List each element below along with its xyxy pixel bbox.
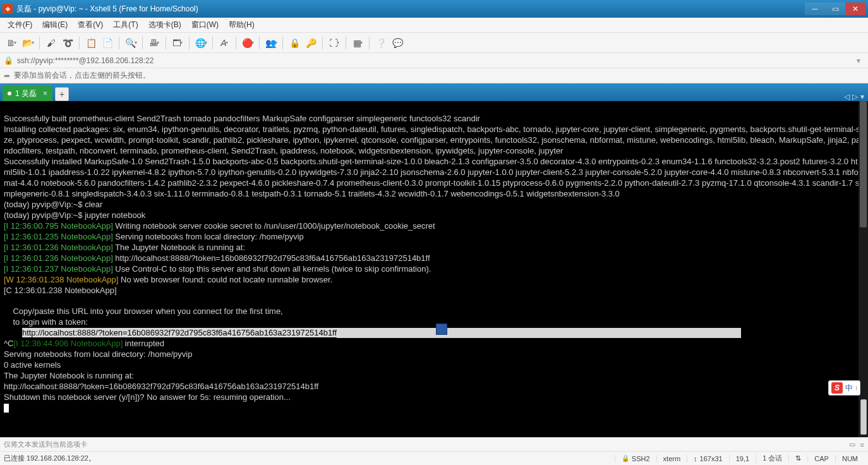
term-line: Installing collected packages: six, enum… <box>4 124 862 155</box>
print-button[interactable]: 🖶▾ <box>147 35 162 51</box>
fullscreen-button[interactable]: ⛶▾ <box>327 35 342 51</box>
separator <box>322 37 323 49</box>
tab-list-icon[interactable]: ▾ <box>860 92 864 101</box>
ime-menu-icon[interactable]: ⁞ <box>855 385 857 392</box>
font-button[interactable]: A▾ <box>217 35 232 51</box>
term-line: Serving notebooks from local directory: … <box>4 349 192 359</box>
tab-nav: ◁ ▷ ▾ <box>840 92 868 101</box>
term-msg: Serving notebooks from local directory: … <box>113 232 304 241</box>
term-line: Successfully installed MarkupSafe-1.0 Se… <box>4 157 861 198</box>
input-bar: 仅将文本发送到当前选项卡 ▭ ≡ <box>0 437 868 451</box>
users-button[interactable]: 👥▾ <box>263 35 279 51</box>
separator <box>236 37 236 49</box>
status-connection: 已连接 192.168.206.128:22。 <box>4 454 615 463</box>
close-button[interactable]: ✕ <box>845 3 865 15</box>
term-msg: No web browser found: could not locate r… <box>118 275 332 284</box>
term-ctrl-c: ^C <box>4 339 14 348</box>
ime-widget[interactable]: S 中 ⁞ <box>828 380 860 396</box>
term-msg: Writing notebook server cookie secret to… <box>113 221 435 231</box>
ime-lang[interactable]: 中 <box>845 383 853 394</box>
status-caps: CAP <box>807 455 835 462</box>
separator <box>39 37 40 49</box>
minimize-button[interactable]: ─ <box>805 3 825 15</box>
tab-next-icon[interactable]: ▷ <box>852 92 858 101</box>
term-cmd: jupyter notebook <box>85 210 145 220</box>
separator <box>79 37 80 49</box>
status-network-icon: ⇅ <box>788 454 807 462</box>
status-cursor-pos: 19,1 <box>729 455 756 462</box>
status-bar: 已连接 192.168.206.128:22。 🔒SSH2 xterm ↕167… <box>0 451 868 465</box>
session-address[interactable]: ssh://pyvip:********@192.168.206.128:22 <box>17 56 853 65</box>
term-line: The Jupyter Notebook is running at: <box>4 371 134 380</box>
selection-handle[interactable] <box>436 323 447 335</box>
separator <box>282 37 283 49</box>
key-button[interactable]: 🔑 <box>303 35 318 51</box>
session-tabs: 1 吴磊 × + ◁ ▷ ▾ <box>0 83 868 101</box>
separator <box>142 37 143 49</box>
properties-button[interactable]: 🗔▾ <box>170 35 185 51</box>
help-button[interactable]: ❔ <box>373 35 389 51</box>
tab-prev-icon[interactable]: ◁ <box>844 92 850 101</box>
paste-button[interactable]: 📄 <box>100 35 115 51</box>
separator <box>189 37 190 49</box>
term-ts: [I 12:36:01.237 NotebookApp] <box>4 264 113 274</box>
reconnect-button[interactable]: 🖌 <box>44 35 59 51</box>
size-icon: ↕ <box>694 455 697 462</box>
open-button[interactable]: 📂▾ <box>20 35 35 51</box>
status-num: NUM <box>835 455 864 462</box>
separator <box>259 37 260 49</box>
term-prompt: (today) pyvip@Vip:~$ <box>4 200 85 209</box>
status-sessions: 1 会话 <box>756 454 788 463</box>
menu-help[interactable]: 帮助(H) <box>224 20 260 30</box>
term-ts: [I 12:36:01.235 NotebookApp] <box>4 232 113 241</box>
add-tab-button[interactable]: + <box>55 87 69 101</box>
ime-logo-icon: S <box>831 382 843 394</box>
color-button[interactable]: 🔴▾ <box>240 35 255 51</box>
input-mode-icon[interactable]: ▭ <box>849 440 855 449</box>
separator <box>212 37 213 49</box>
separator <box>119 37 119 49</box>
menu-tabs[interactable]: 选项卡(B) <box>143 20 186 30</box>
term-msg: Use Control-C to stop this server and sh… <box>113 264 431 274</box>
term-prompt: (today) pyvip@Vip:~$ <box>4 210 85 220</box>
input-menu-icon[interactable]: ≡ <box>860 441 864 449</box>
term-msg: The Jupyter Notebook is running at: <box>113 243 245 252</box>
new-session-button[interactable]: 🗎▾ <box>4 35 19 51</box>
status-protocol: 🔒SSH2 <box>615 455 656 462</box>
status-size: ↕167x31 <box>687 455 729 462</box>
separator <box>369 37 370 49</box>
term-ts: [I 12:36:01.236 NotebookApp] <box>4 253 113 263</box>
menu-file[interactable]: 文件(F) <box>3 20 37 30</box>
status-term-type: xterm <box>656 455 687 462</box>
vertical-slider[interactable] <box>860 399 867 435</box>
menu-tools[interactable]: 工具(T) <box>108 20 143 30</box>
lock-icon: 🔒 <box>4 56 13 65</box>
menu-view[interactable]: 查看(V) <box>73 20 108 30</box>
disconnect-button[interactable]: ➰ <box>60 35 75 51</box>
term-ts-warn: [W 12:36:01.238 NotebookApp] <box>4 275 118 284</box>
menu-edit[interactable]: 编辑(E) <box>37 20 73 30</box>
split-button[interactable]: ▦▾ <box>350 35 365 51</box>
term-selected-url[interactable]: http://localhost:8888/?token=16b086932f7… <box>22 328 337 337</box>
menu-window[interactable]: 窗口(W) <box>186 20 224 30</box>
input-hint[interactable]: 仅将文本发送到当前选项卡 <box>4 440 87 449</box>
chat-button[interactable]: 💬 <box>390 35 405 51</box>
term-msg: http://localhost:8888/?token=16b086932f7… <box>113 253 430 263</box>
window-title: 吴磊 - pyvip@Vip: ~ - Xshell 5 (Free for H… <box>16 4 805 15</box>
term-ts: [I 12:36:00.795 NotebookApp] <box>4 221 113 231</box>
scrollbar-thumb[interactable] <box>860 101 867 227</box>
find-button[interactable]: 🔍▾ <box>123 35 138 51</box>
address-dropdown[interactable]: ▾ <box>853 56 864 65</box>
copy-button[interactable]: 📋 <box>83 35 99 51</box>
term-ts: [I 12:36:44.906 NotebookApp] <box>14 339 123 348</box>
language-button[interactable]: 🌐▾ <box>193 35 208 51</box>
lock-button[interactable]: 🔒 <box>287 35 302 51</box>
add-session-icon[interactable]: ➦ <box>4 71 10 80</box>
tab-close-icon[interactable]: × <box>43 89 47 98</box>
toolbar: 🗎▾ 📂▾ 🖌 ➰ 📋 📄 🔍▾ 🖶▾ 🗔▾ 🌐▾ A▾ 🔴▾ 👥▾ 🔒 🔑 ⛶… <box>0 33 868 53</box>
terminal-output[interactable]: Successfully built prometheus-client Sen… <box>0 101 868 437</box>
hint-text: 要添加当前会话，点击左侧的箭头按钮。 <box>14 70 150 81</box>
tab-session-1[interactable]: 1 吴磊 × <box>3 86 52 101</box>
maximize-button[interactable]: ▭ <box>825 3 845 15</box>
status-dot-icon <box>8 92 11 95</box>
